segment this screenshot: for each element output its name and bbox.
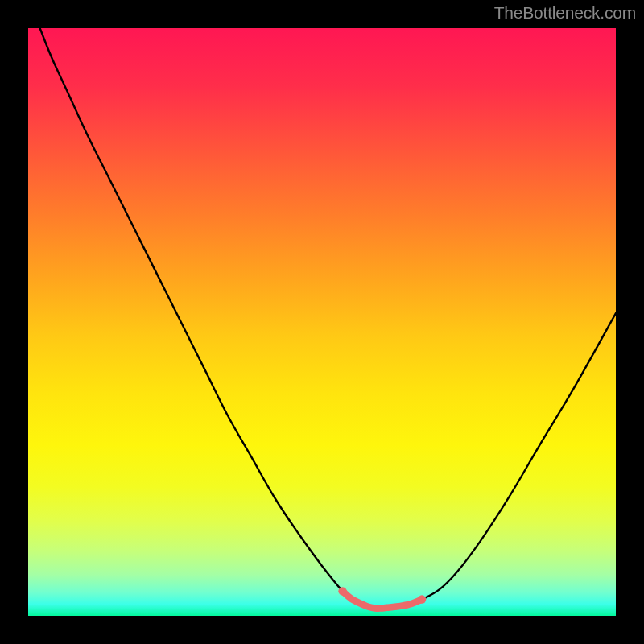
black-curve	[40, 28, 616, 609]
watermark-text: TheBottleneck.com	[494, 3, 636, 23]
red-trough-endpoint-left	[338, 587, 346, 595]
chart-svg	[28, 28, 616, 616]
chart-plot-area	[28, 28, 616, 616]
red-trough-endpoint-right	[418, 595, 426, 603]
red-trough	[343, 591, 423, 608]
